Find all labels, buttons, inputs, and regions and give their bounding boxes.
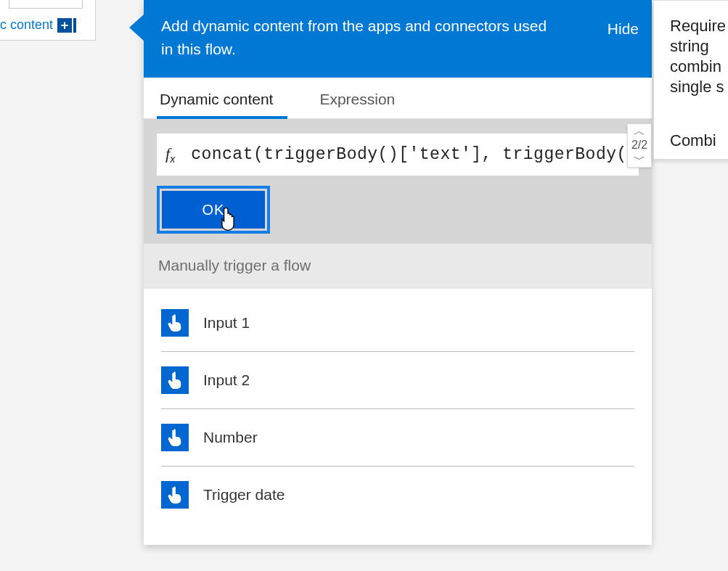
hide-button[interactable]: Hide — [608, 17, 639, 41]
flyout-header: Add dynamic content from the apps and co… — [144, 0, 652, 78]
touch-icon — [161, 481, 189, 509]
tab-expression[interactable]: Expression — [316, 78, 409, 118]
pager-text: 2/2 — [631, 139, 647, 152]
ok-row: OK — [157, 176, 639, 244]
list-item[interactable]: Number — [161, 409, 634, 467]
nav-pager: ︿ 2/2 ﹀ — [627, 123, 652, 168]
list-item[interactable]: Input 2 — [161, 352, 634, 409]
list-item-label: Number — [203, 429, 258, 446]
flyout-tabs: Dynamic content Expression — [144, 78, 652, 119]
list-item[interactable]: Trigger date — [161, 467, 634, 523]
previous-step-input-remnant — [9, 0, 83, 9]
list-item-label: Input 2 — [203, 371, 250, 389]
add-dynamic-content-link-text: c content — [0, 17, 53, 33]
chevron-up-icon[interactable]: ︿ — [634, 124, 645, 139]
previous-step-card: c content + — [0, 0, 96, 41]
tooltip-subline: Combi — [670, 131, 728, 150]
ok-button[interactable]: OK — [162, 191, 265, 229]
flyout-header-text: Add dynamic content from the apps and co… — [161, 15, 553, 60]
dropdown-indicator-icon — [73, 18, 76, 33]
tooltip-line: string — [670, 37, 728, 56]
dynamic-content-items: Input 1 Input 2 Number Trigger date — [144, 289, 652, 545]
touch-icon — [161, 309, 189, 337]
touch-icon — [161, 366, 189, 394]
ok-button-label: OK — [203, 202, 225, 218]
ok-button-focus-ring: OK — [157, 186, 270, 234]
list-item[interactable]: Input 1 — [161, 295, 634, 352]
tooltip-line: combin — [670, 57, 728, 76]
dynamic-content-flyout: Add dynamic content from the apps and co… — [144, 0, 652, 545]
fx-icon: fx — [165, 144, 175, 165]
section-title: Manually trigger a flow — [144, 244, 652, 289]
function-tooltip: Require string combin single s Combi — [653, 0, 728, 160]
expression-text: concat(triggerBody()['text'], triggerBod… — [191, 145, 627, 164]
tooltip-line: Require — [670, 17, 728, 36]
tooltip-line: single s — [670, 78, 728, 96]
chevron-down-icon[interactable]: ﹀ — [634, 152, 645, 167]
expression-area: fx concat(triggerBody()['text'], trigger… — [144, 119, 652, 244]
flyout-pointer-icon — [129, 15, 144, 41]
list-item-label: Trigger date — [203, 486, 285, 504]
touch-icon — [161, 424, 189, 451]
add-dynamic-content-link[interactable]: c content + — [0, 17, 76, 33]
expression-input[interactable]: fx concat(triggerBody()['text'], trigger… — [157, 133, 639, 176]
list-item-label: Input 1 — [203, 314, 250, 332]
plus-icon: + — [57, 18, 72, 33]
tab-dynamic-content[interactable]: Dynamic content — [157, 78, 287, 118]
